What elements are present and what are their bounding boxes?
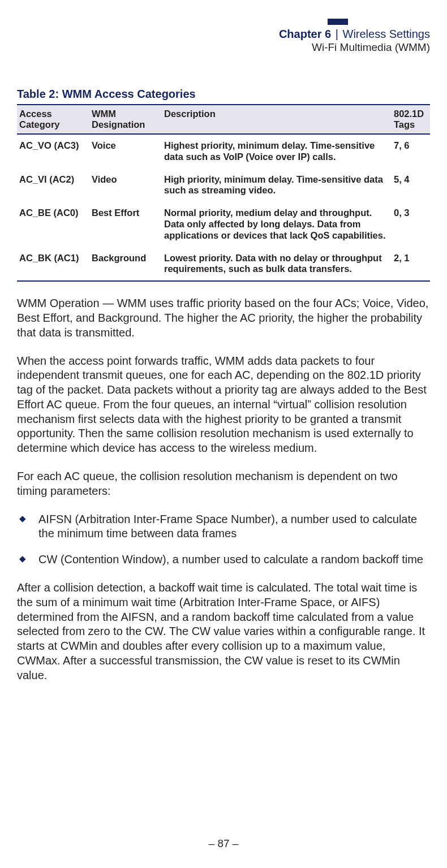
cell-tags: 0, 3 <box>392 202 430 247</box>
cell-designation: Best Effort <box>89 202 162 247</box>
list-item: CW (Contention Window), a number used to… <box>17 552 430 567</box>
paragraph: WMM Operation — WMM uses traffic priorit… <box>17 296 430 340</box>
cell-designation: Video <box>89 169 162 202</box>
section-subtitle: Wi-Fi Multimedia (WMM) <box>17 41 430 54</box>
cell-description: Highest priority, minimum delay. Time-se… <box>162 134 392 169</box>
paragraph: For each AC queue, the collision resolut… <box>17 469 430 499</box>
chapter-line: Chapter 6 | Wireless Settings <box>17 28 430 41</box>
list-item: AIFSN (Arbitration Inter-Frame Space Num… <box>17 512 430 542</box>
cell-access-category: AC_VO (AC3) <box>17 134 89 169</box>
col-header-description: Description <box>162 105 392 134</box>
bullet-list: AIFSN (Arbitration Inter-Frame Space Num… <box>17 512 430 567</box>
page-number: – 87 – <box>0 837 447 850</box>
chapter-title: Wireless Settings <box>343 28 431 40</box>
cell-access-category: AC_BE (AC0) <box>17 202 89 247</box>
cell-tags: 2, 1 <box>392 247 430 282</box>
wmm-categories-table: Access Category WMM Designation Descript… <box>17 104 430 282</box>
cell-designation: Voice <box>89 134 162 169</box>
page-header: Chapter 6 | Wireless Settings Wi-Fi Mult… <box>17 20 430 54</box>
cell-access-category: AC_BK (AC1) <box>17 247 89 282</box>
table-row: AC_BE (AC0) Best Effort Normal priority,… <box>17 202 430 247</box>
col-header-wmm-designation: WMM Designation <box>89 105 162 134</box>
divider-bar-icon: | <box>334 28 339 40</box>
cell-description: High priority, minimum delay. Time-sensi… <box>162 169 392 202</box>
cell-designation: Background <box>89 247 162 282</box>
chapter-number: Chapter 6 <box>279 28 331 40</box>
table-row: AC_BK (AC1) Background Lowest priority. … <box>17 247 430 282</box>
body-text: WMM Operation — WMM uses traffic priorit… <box>17 296 430 683</box>
table-row: AC_VI (AC2) Video High priority, minimum… <box>17 169 430 202</box>
paragraph: After a collision detection, a backoff w… <box>17 581 430 683</box>
cell-tags: 5, 4 <box>392 169 430 202</box>
col-header-tags: 802.1D Tags <box>392 105 430 134</box>
table-title: Table 2: WMM Access Categories <box>17 88 430 101</box>
cell-description: Lowest priority. Data with no delay or t… <box>162 247 392 282</box>
col-header-access-category: Access Category <box>17 105 89 134</box>
table-row: AC_VO (AC3) Voice Highest priority, mini… <box>17 134 430 169</box>
cell-tags: 7, 6 <box>392 134 430 169</box>
cell-access-category: AC_VI (AC2) <box>17 169 89 202</box>
table-header-row: Access Category WMM Designation Descript… <box>17 105 430 134</box>
paragraph: When the access point forwards traffic, … <box>17 354 430 456</box>
header-tab-icon <box>328 19 348 25</box>
cell-description: Normal priority, medium delay and throug… <box>162 202 392 247</box>
